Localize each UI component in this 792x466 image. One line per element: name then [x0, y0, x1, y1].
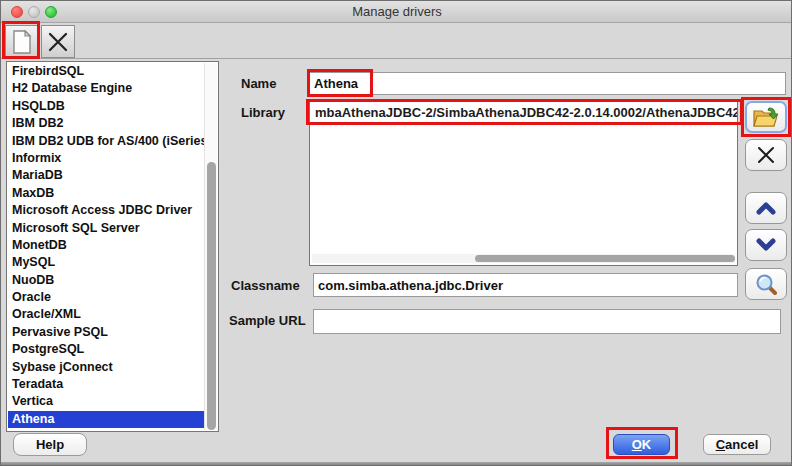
move-up-button[interactable]: [745, 192, 787, 224]
driver-list-item[interactable]: HSQLDB: [8, 98, 204, 115]
driver-list-item[interactable]: IBM DB2 UDB for AS/400 (iSeries): [8, 133, 204, 150]
delete-x-icon: [757, 146, 775, 164]
driver-list-item[interactable]: Sybase jConnect: [8, 359, 204, 376]
driver-list-item[interactable]: MaxDB: [8, 185, 204, 202]
library-list[interactable]: mbaAthenaJDBC-2/SimbaAthenaJDBC42-2.0.14…: [309, 101, 738, 266]
minimize-window-button[interactable]: [28, 6, 40, 18]
zoom-window-button[interactable]: [45, 6, 57, 18]
delete-driver-button[interactable]: [41, 25, 75, 58]
classname-label: Classname: [231, 278, 300, 293]
driver-list-item[interactable]: Microsoft SQL Server: [8, 220, 204, 237]
chevron-down-icon: [756, 238, 776, 252]
sample-url-input[interactable]: [313, 309, 781, 334]
name-label: Name: [241, 76, 276, 91]
delete-x-icon: [47, 31, 69, 53]
new-driver-button[interactable]: [5, 25, 39, 58]
ok-button[interactable]: OK: [613, 434, 670, 455]
driver-list-item[interactable]: H2 Database Engine: [8, 80, 204, 97]
help-button[interactable]: Help: [13, 433, 87, 456]
driver-list-item[interactable]: Oracle/XML: [8, 306, 204, 323]
move-down-button[interactable]: [745, 229, 787, 261]
list-drivers-button[interactable]: [745, 268, 787, 300]
driver-list-item[interactable]: Microsoft Access JDBC Driver: [8, 202, 204, 219]
driver-list-item[interactable]: FirebirdSQL: [8, 63, 204, 80]
driver-list-item[interactable]: Teradata: [8, 376, 204, 393]
title-bar: Manage drivers: [1, 1, 792, 23]
open-folder-icon: [753, 107, 779, 128]
manage-drivers-dialog: Manage drivers FirebirdSQLH2 Database En…: [0, 0, 792, 466]
toolbar: [1, 23, 792, 59]
driver-list-item[interactable]: Vertica: [8, 393, 204, 410]
driver-list-item[interactable]: NuoDB: [8, 272, 204, 289]
driver-list-item[interactable]: Oracle: [8, 289, 204, 306]
driver-list-item[interactable]: MariaDB: [8, 167, 204, 184]
new-document-icon: [12, 30, 32, 54]
driver-list-item[interactable]: MySQL: [8, 254, 204, 271]
driver-list-item[interactable]: PostgreSQL: [8, 341, 204, 358]
open-library-file-button[interactable]: [745, 101, 787, 133]
library-label: Library: [241, 105, 285, 120]
sample-url-label: Sample URL: [229, 313, 306, 328]
window-title: Manage drivers: [352, 4, 442, 19]
driver-list-item[interactable]: IBM DB2: [8, 115, 204, 132]
driver-list-vertical-scrollbar[interactable]: [204, 63, 217, 430]
driver-list-item[interactable]: Informix: [8, 150, 204, 167]
library-horizontal-scrollbar[interactable]: [312, 254, 735, 263]
magnifier-icon: [755, 273, 777, 295]
window-bottom-edge: [1, 462, 792, 466]
driver-list-item[interactable]: Pervasive PSQL: [8, 324, 204, 341]
classname-input[interactable]: [313, 273, 738, 297]
close-window-button[interactable]: [11, 6, 23, 18]
footer: Help OK Cancel: [1, 432, 792, 462]
cancel-button[interactable]: Cancel: [703, 434, 771, 455]
remove-library-button[interactable]: [745, 139, 787, 171]
driver-list: FirebirdSQLH2 Database EngineHSQLDBIBM D…: [6, 61, 219, 432]
library-entry[interactable]: mbaAthenaJDBC-2/SimbaAthenaJDBC42-2.0.14…: [310, 102, 737, 123]
driver-list-item[interactable]: MonetDB: [8, 237, 204, 254]
chevron-up-icon: [756, 201, 776, 215]
driver-list-item[interactable]: Athena: [8, 411, 204, 428]
scrollbar-thumb[interactable]: [207, 162, 216, 430]
scrollbar-thumb[interactable]: [475, 255, 735, 262]
name-input[interactable]: [309, 72, 786, 95]
